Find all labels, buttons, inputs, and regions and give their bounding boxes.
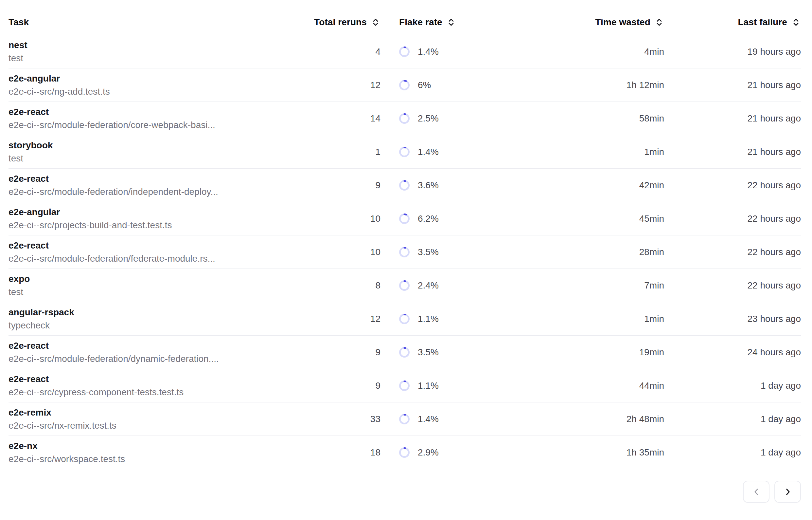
table-row[interactable]: e2e-react e2e-ci--src/module-federation/…: [8, 102, 801, 135]
task-name: e2e-angular: [8, 73, 304, 84]
column-header-time-wasted[interactable]: Time wasted: [524, 17, 664, 27]
table-row[interactable]: e2e-angular e2e-ci--src/ng-add.test.ts 1…: [8, 69, 801, 102]
flake-rate-value: 3.5%: [418, 247, 439, 257]
column-header-last-failure[interactable]: Last failure: [664, 17, 801, 27]
table-row[interactable]: e2e-nx e2e-ci--src/workspace.test.ts 18 …: [8, 436, 801, 469]
time-wasted-value: 19min: [524, 347, 664, 358]
sort-up-down-icon[interactable]: [791, 17, 801, 27]
flake-rate-donut-icon: [399, 280, 410, 291]
last-failure-value: 1 day ago: [664, 447, 801, 458]
table-row[interactable]: nest test 4 1.4% 4min 19 hours ago: [8, 35, 801, 69]
last-failure-value: 24 hours ago: [664, 347, 801, 358]
task-name: e2e-react: [8, 106, 304, 118]
task-name: e2e-angular: [8, 207, 304, 218]
table-row[interactable]: angular-rspack typecheck 12 1.1% 1min 23…: [8, 302, 801, 336]
table-row[interactable]: e2e-react e2e-ci--src/module-federation/…: [8, 336, 801, 369]
task-cell: angular-rspack typecheck: [8, 307, 304, 331]
time-wasted-value: 1h 35min: [524, 447, 664, 458]
time-wasted-value: 28min: [524, 247, 664, 257]
task-cell: storybook test: [8, 140, 304, 164]
previous-page-button[interactable]: [743, 481, 769, 503]
table-row[interactable]: e2e-react e2e-ci--src/module-federation/…: [8, 235, 801, 269]
task-name: e2e-react: [8, 374, 304, 385]
table-row[interactable]: expo test 8 2.4% 7min 22 hours ago: [8, 269, 801, 302]
task-target: e2e-ci--src/module-federation/independen…: [8, 186, 304, 198]
last-failure-value: 1 day ago: [664, 381, 801, 391]
total-reruns-value: 4: [304, 47, 381, 57]
flake-rate-cell: 1.4%: [381, 414, 524, 424]
table-row[interactable]: storybook test 1 1.4% 1min 21 hours ago: [8, 135, 801, 168]
table-row[interactable]: e2e-remix e2e-ci--src/nx-remix.test.ts 3…: [8, 402, 801, 436]
time-wasted-value: 2h 48min: [524, 414, 664, 424]
flake-rate-donut-icon: [399, 447, 410, 458]
total-reruns-value: 10: [304, 247, 381, 257]
task-name: e2e-react: [8, 340, 304, 352]
task-target: e2e-ci--src/module-federation/core-webpa…: [8, 120, 304, 131]
next-page-button[interactable]: [774, 481, 801, 503]
task-name: e2e-nx: [8, 440, 304, 451]
total-reruns-value: 1: [304, 147, 381, 157]
last-failure-value: 21 hours ago: [664, 80, 801, 90]
flake-rate-cell: 3.6%: [381, 180, 524, 190]
task-target: test: [8, 153, 304, 164]
task-cell: e2e-react e2e-ci--src/cypress-component-…: [8, 374, 304, 398]
flake-rate-cell: 6%: [381, 80, 524, 90]
column-header-flake-rate[interactable]: Flake rate: [381, 17, 524, 27]
task-cell: e2e-react e2e-ci--src/module-federation/…: [8, 240, 304, 264]
flaky-tasks-page: Task Total reruns Flake rate Time wasted…: [0, 0, 812, 520]
flake-rate-donut-icon: [399, 147, 410, 157]
flake-rate-value: 1.4%: [418, 414, 439, 424]
task-target: e2e-ci--src/nx-remix.test.ts: [8, 420, 304, 431]
task-name: angular-rspack: [8, 307, 304, 318]
flake-rate-value: 2.4%: [418, 280, 439, 291]
last-failure-value: 22 hours ago: [664, 247, 801, 257]
total-reruns-value: 9: [304, 347, 381, 358]
flake-rate-donut-icon: [399, 247, 410, 257]
column-header-task: Task: [8, 17, 304, 27]
table-row[interactable]: e2e-react e2e-ci--src/module-federation/…: [8, 168, 801, 202]
flake-rate-value: 1.4%: [418, 47, 439, 57]
table-row[interactable]: e2e-react e2e-ci--src/cypress-component-…: [8, 369, 801, 402]
task-target: test: [8, 53, 304, 64]
last-failure-value: 23 hours ago: [664, 314, 801, 324]
last-failure-value: 21 hours ago: [664, 147, 801, 157]
flake-rate-donut-icon: [399, 414, 410, 424]
flake-rate-value: 3.6%: [418, 180, 439, 190]
time-wasted-value: 1min: [524, 147, 664, 157]
column-label: Task: [8, 17, 29, 27]
table-row[interactable]: e2e-angular e2e-ci--src/projects-build-a…: [8, 202, 801, 235]
total-reruns-value: 33: [304, 414, 381, 424]
task-target: test: [8, 287, 304, 298]
task-name: e2e-remix: [8, 407, 304, 418]
column-header-total-reruns[interactable]: Total reruns: [304, 17, 381, 27]
time-wasted-value: 45min: [524, 213, 664, 224]
flake-rate-cell: 3.5%: [381, 347, 524, 358]
flake-rate-donut-icon: [399, 113, 410, 124]
flake-rate-value: 6.2%: [418, 213, 439, 224]
task-name: e2e-react: [8, 173, 304, 184]
flake-rate-cell: 1.1%: [381, 314, 524, 324]
column-label: Time wasted: [595, 17, 650, 27]
flake-rate-donut-icon: [399, 180, 410, 190]
total-reruns-value: 12: [304, 314, 381, 324]
total-reruns-value: 10: [304, 213, 381, 224]
flake-rate-cell: 6.2%: [381, 213, 524, 224]
flake-rate-cell: 1.4%: [381, 47, 524, 57]
total-reruns-value: 8: [304, 280, 381, 291]
sort-up-down-icon[interactable]: [446, 17, 456, 27]
total-reruns-value: 18: [304, 447, 381, 458]
flake-rate-cell: 2.4%: [381, 280, 524, 291]
flake-rate-value: 3.5%: [418, 347, 439, 358]
flake-rate-cell: 2.5%: [381, 113, 524, 124]
task-name: storybook: [8, 140, 304, 151]
sort-up-down-icon[interactable]: [371, 17, 381, 27]
last-failure-value: 22 hours ago: [664, 180, 801, 190]
last-failure-value: 19 hours ago: [664, 47, 801, 57]
flake-rate-value: 2.9%: [418, 447, 439, 458]
task-cell: e2e-react e2e-ci--src/module-federation/…: [8, 340, 304, 364]
sort-up-down-icon[interactable]: [654, 17, 664, 27]
last-failure-value: 21 hours ago: [664, 113, 801, 124]
task-cell: nest test: [8, 40, 304, 64]
chevron-right-icon: [784, 488, 792, 496]
time-wasted-value: 44min: [524, 381, 664, 391]
